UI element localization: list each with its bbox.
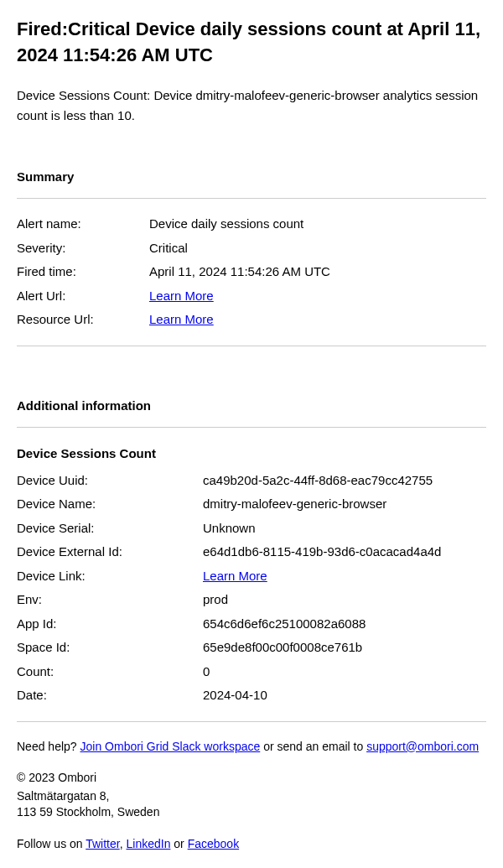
row-label: Device Link:: [17, 567, 203, 586]
table-row: Device External Id:e64d1db6-8115-419b-93…: [17, 540, 486, 564]
footer-social: Follow us on Twitter, LinkedIn or Facebo…: [17, 836, 486, 853]
divider: [17, 346, 486, 346]
footer-help-prefix: Need help?: [17, 740, 80, 753]
row-value: 65e9de8f00c00f0008ce761b: [203, 638, 486, 657]
table-row: Space Id:65e9de8f00c00f0008ce761b: [17, 636, 486, 660]
row-label: Alert name:: [17, 215, 149, 234]
social-prefix: Follow us on: [17, 837, 86, 850]
row-label: App Id:: [17, 615, 203, 634]
row-label: Device Uuid:: [17, 471, 203, 491]
summary-heading: Summary: [17, 168, 486, 187]
table-row: Date:2024-04-10: [17, 683, 486, 708]
row-label: Severity:: [17, 239, 149, 258]
table-row: Device Link:Learn More: [17, 564, 486, 589]
footer-copyright: © 2023 Ombori: [17, 770, 486, 787]
table-row: Alert name:Device daily sessions count: [17, 212, 486, 236]
row-value: dmitry-malofeev-generic-browser: [203, 495, 486, 514]
table-row: Device Uuid:ca49b20d-5a2c-44ff-8d68-eac7…: [17, 469, 486, 493]
footer-help: Need help? Join Ombori Grid Slack worksp…: [17, 739, 486, 756]
row-value: Learn More: [203, 567, 486, 586]
row-value: 2024-04-10: [203, 686, 486, 705]
table-row: Device Name:dmitry-malofeev-generic-brow…: [17, 492, 486, 517]
row-label: Fired time:: [17, 262, 149, 282]
learn-more-link[interactable]: Learn More: [149, 288, 214, 303]
learn-more-link[interactable]: Learn More: [203, 569, 267, 583]
row-label: Space Id:: [17, 638, 203, 657]
table-row: App Id:654c6d6ef6c25100082a6088: [17, 612, 486, 637]
address-line-1: Saltmätargatan 8,: [17, 789, 110, 803]
row-label: Resource Url:: [17, 310, 149, 330]
table-row: Device Serial:Unknown: [17, 517, 486, 541]
divider: [17, 721, 486, 722]
learn-more-link[interactable]: Learn More: [149, 312, 214, 326]
footer-help-mid: or send an email to: [260, 740, 366, 753]
row-value: Device daily sessions count: [149, 215, 486, 234]
row-label: Device External Id:: [17, 543, 203, 562]
table-row: Severity:Critical: [17, 236, 486, 261]
row-value: prod: [203, 590, 486, 610]
table-row: Alert Url:Learn More: [17, 284, 486, 309]
row-value: ca49b20d-5a2c-44ff-8d68-eac79cc42755: [203, 471, 486, 491]
sep: or: [170, 837, 187, 850]
table-row: Resource Url:Learn More: [17, 308, 486, 332]
page-title: Fired:Critical Device daily sessions cou…: [17, 17, 486, 69]
address-line-2: 113 59 Stockholm, Sweden: [17, 805, 159, 819]
slack-link[interactable]: Join Ombori Grid Slack workspace: [80, 740, 261, 753]
row-value: Critical: [149, 239, 486, 258]
twitter-link[interactable]: Twitter: [86, 837, 119, 850]
row-value: e64d1db6-8115-419b-93d6-c0acacad4a4d: [203, 543, 486, 562]
summary-table: Alert name:Device daily sessions countSe…: [17, 212, 486, 332]
row-label: Count:: [17, 663, 203, 682]
row-label: Alert Url:: [17, 287, 149, 306]
divider: [17, 427, 486, 428]
row-value: 0: [203, 663, 486, 682]
table-row: Fired time:April 11, 2024 11:54:26 AM UT…: [17, 260, 486, 284]
support-email-link[interactable]: support@ombori.com: [366, 740, 479, 753]
row-value: April 11, 2024 11:54:26 AM UTC: [149, 262, 486, 282]
footer-address: Saltmätargatan 8, 113 59 Stockholm, Swed…: [17, 788, 486, 821]
footer: Need help? Join Ombori Grid Slack worksp…: [17, 739, 486, 853]
additional-table: Device Uuid:ca49b20d-5a2c-44ff-8d68-eac7…: [17, 469, 486, 708]
linkedin-link[interactable]: LinkedIn: [126, 837, 170, 850]
row-label: Device Name:: [17, 495, 203, 514]
subsection-title: Device Sessions Count: [17, 444, 486, 464]
table-row: Env:prod: [17, 588, 486, 612]
row-value: Learn More: [149, 310, 486, 330]
divider: [17, 198, 486, 199]
table-row: Count:0: [17, 660, 486, 684]
row-value: Unknown: [203, 519, 486, 538]
additional-heading: Additional information: [17, 397, 486, 416]
row-label: Date:: [17, 686, 203, 705]
facebook-link[interactable]: Facebook: [188, 837, 239, 850]
alert-description: Device Sessions Count: Device dmitry-mal…: [17, 86, 486, 126]
row-label: Env:: [17, 590, 203, 610]
row-value: 654c6d6ef6c25100082a6088: [203, 615, 486, 634]
row-label: Device Serial:: [17, 519, 203, 538]
row-value: Learn More: [149, 287, 486, 306]
